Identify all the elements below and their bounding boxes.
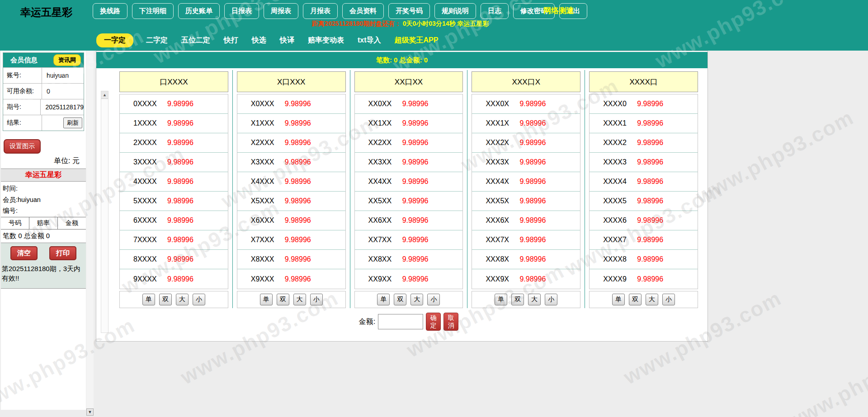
bet-row[interactable]: XXX1X9.98996 xyxy=(472,114,580,133)
news-site-button[interactable]: 资讯网 xyxy=(53,54,81,66)
amount-input[interactable] xyxy=(378,314,423,329)
bet-row[interactable]: X8XXX9.98996 xyxy=(237,250,345,269)
quick-button-1[interactable]: 单 xyxy=(142,294,155,305)
refresh-button[interactable]: 刷新 xyxy=(63,117,82,128)
bet-row[interactable]: XX5XX9.98996 xyxy=(355,192,463,211)
nav-button-2[interactable]: 下注明细 xyxy=(132,3,174,19)
bet-row[interactable]: XXX7X9.98996 xyxy=(472,230,580,250)
set-picture-button[interactable]: 设置图示 xyxy=(4,139,41,154)
quick-button-3[interactable]: 大 xyxy=(646,294,658,305)
quick-button-3[interactable]: 大 xyxy=(293,294,306,305)
quick-button-2[interactable]: 双 xyxy=(629,294,642,305)
bet-row[interactable]: XXX2X9.98996 xyxy=(472,133,580,153)
nav-button-4[interactable]: 日报表 xyxy=(224,3,259,19)
bet-row[interactable]: 9XXXX9.98996 xyxy=(120,269,228,289)
bet-row[interactable]: XXXX99.98996 xyxy=(590,269,698,289)
bet-row[interactable]: 3XXXX9.98996 xyxy=(120,153,228,172)
bet-row[interactable]: X2XXX9.98996 xyxy=(237,133,345,153)
bet-row[interactable]: 0XXXX9.98996 xyxy=(120,94,228,114)
nav-button-6[interactable]: 月报表 xyxy=(303,3,338,19)
nav-button-1[interactable]: 换线路 xyxy=(93,3,127,19)
tab-3[interactable]: 五位二定 xyxy=(180,33,211,47)
tab-8[interactable]: txt导入 xyxy=(357,33,382,47)
quick-button-3[interactable]: 大 xyxy=(176,294,189,305)
bet-row[interactable]: XX3XX9.98996 xyxy=(355,153,463,172)
bet-row[interactable]: 8XXXX9.98996 xyxy=(120,250,228,269)
nav-button-3[interactable]: 历史账单 xyxy=(178,3,220,19)
bet-row[interactable]: XXXX89.98996 xyxy=(590,250,698,269)
tab-7[interactable]: 赔率变动表 xyxy=(307,33,345,47)
bet-row[interactable]: X3XXX9.98996 xyxy=(237,153,345,172)
bet-row[interactable]: X5XXX9.98996 xyxy=(237,192,345,211)
bet-row[interactable]: XXX3X9.98996 xyxy=(472,153,580,172)
bet-row[interactable]: 4XXXX9.98996 xyxy=(120,172,228,192)
quick-button-2[interactable]: 双 xyxy=(159,294,172,305)
bet-row[interactable]: X0XXX9.98996 xyxy=(237,94,345,114)
bet-row[interactable]: X1XXX9.98996 xyxy=(237,114,345,133)
bet-row[interactable]: 7XXXX9.98996 xyxy=(120,230,228,250)
nav-button-10[interactable]: 日志 xyxy=(481,3,509,19)
tab-5[interactable]: 快选 xyxy=(251,33,267,47)
tab-9[interactable]: 超级奖王APP xyxy=(394,33,439,47)
quick-button-4[interactable]: 小 xyxy=(545,294,557,305)
bet-row[interactable]: XXXX19.98996 xyxy=(590,114,698,133)
down-arrow-icon[interactable]: ▼ xyxy=(86,408,94,416)
up-arrow-icon[interactable]: ▲ xyxy=(101,91,108,99)
bet-row[interactable]: XX7XX9.98996 xyxy=(355,230,463,250)
bet-row[interactable]: XXXX39.98996 xyxy=(590,153,698,172)
tab-2[interactable]: 二字定 xyxy=(145,33,169,47)
quick-button-4[interactable]: 小 xyxy=(193,294,205,305)
tab-4[interactable]: 快打 xyxy=(223,33,239,47)
cancel-button[interactable]: 取消 xyxy=(443,313,458,331)
bet-row[interactable]: XXX8X9.98996 xyxy=(472,250,580,269)
print-button[interactable]: 打印 xyxy=(49,246,76,260)
bet-row[interactable]: 6XXXX9.98996 xyxy=(120,211,228,230)
nav-button-9[interactable]: 规则说明 xyxy=(434,3,476,19)
bet-row[interactable]: XXXX79.98996 xyxy=(590,230,698,250)
bet-row[interactable]: 5XXXX9.98996 xyxy=(120,192,228,211)
tab-6[interactable]: 快译 xyxy=(279,33,295,47)
table-scrollbar[interactable]: ▲ xyxy=(101,91,108,333)
bet-row[interactable]: XXX0X9.98996 xyxy=(472,94,580,114)
quick-button-2[interactable]: 双 xyxy=(511,294,524,305)
quick-button-1[interactable]: 单 xyxy=(260,294,273,305)
bet-row[interactable]: 2XXXX9.98996 xyxy=(120,133,228,153)
quick-button-4[interactable]: 小 xyxy=(427,294,440,305)
confirm-button[interactable]: 确定 xyxy=(426,313,441,331)
bet-row[interactable]: X6XXX9.98996 xyxy=(237,211,345,230)
bet-row[interactable]: XXX9X9.98996 xyxy=(472,269,580,289)
bet-row[interactable]: XX0XX9.98996 xyxy=(355,94,463,114)
bet-row[interactable]: 1XXXX9.98996 xyxy=(120,114,228,133)
bet-row[interactable]: XX1XX9.98996 xyxy=(355,114,463,133)
bet-row[interactable]: XX4XX9.98996 xyxy=(355,172,463,192)
quick-button-3[interactable]: 大 xyxy=(410,294,423,305)
quick-button-1[interactable]: 单 xyxy=(612,294,625,305)
bet-row[interactable]: XXXX69.98996 xyxy=(590,211,698,230)
nav-button-7[interactable]: 会员资料 xyxy=(342,3,384,19)
quick-button-3[interactable]: 大 xyxy=(528,294,541,305)
nav-button-5[interactable]: 周报表 xyxy=(264,3,298,19)
bet-row[interactable]: XXXX59.98996 xyxy=(590,192,698,211)
network-speed-link[interactable]: 网络测速 xyxy=(543,5,574,16)
bet-row[interactable]: XXX5X9.98996 xyxy=(472,192,580,211)
quick-button-2[interactable]: 双 xyxy=(277,294,289,305)
bet-row[interactable]: XXXX29.98996 xyxy=(590,133,698,153)
bet-row[interactable]: XXX6X9.98996 xyxy=(472,211,580,230)
quick-button-4[interactable]: 小 xyxy=(310,294,323,305)
bet-row[interactable]: X4XXX9.98996 xyxy=(237,172,345,192)
nav-button-8[interactable]: 开奖号码 xyxy=(388,3,430,19)
bet-row[interactable]: XXXX09.98996 xyxy=(590,94,698,114)
quick-button-4[interactable]: 小 xyxy=(662,294,675,305)
bet-row[interactable]: X9XXX9.98996 xyxy=(237,269,345,289)
quick-button-1[interactable]: 单 xyxy=(495,294,507,305)
bet-row[interactable]: XX6XX9.98996 xyxy=(355,211,463,230)
bet-row[interactable]: X7XXX9.98996 xyxy=(237,230,345,250)
sidebar-scrollbar[interactable]: ▼ xyxy=(86,51,94,416)
quick-button-1[interactable]: 单 xyxy=(377,294,390,305)
bet-row[interactable]: XXX4X9.98996 xyxy=(472,172,580,192)
quick-button-2[interactable]: 双 xyxy=(394,294,406,305)
bet-row[interactable]: XX8XX9.98996 xyxy=(355,250,463,269)
tab-1[interactable]: 一字定 xyxy=(96,33,133,47)
bet-row[interactable]: XX2XX9.98996 xyxy=(355,133,463,153)
bet-row[interactable]: XX9XX9.98996 xyxy=(355,269,463,289)
